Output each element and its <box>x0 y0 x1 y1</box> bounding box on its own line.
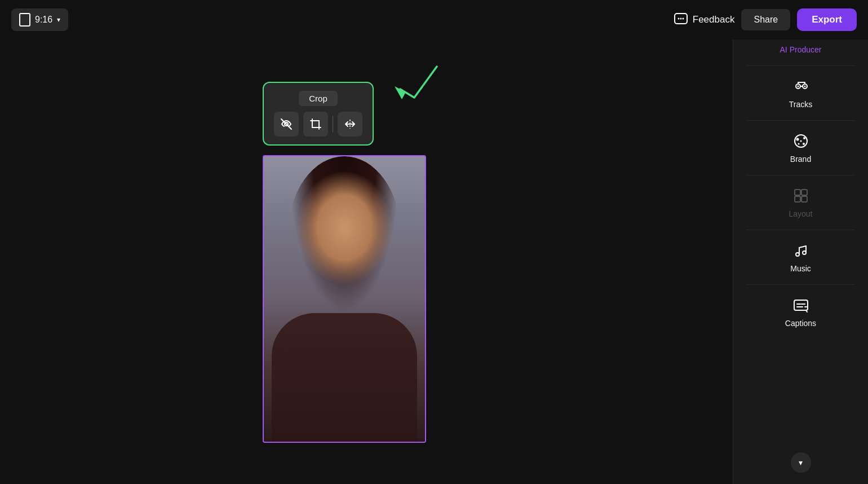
canvas-area: Crop <box>0 39 733 484</box>
header-left: 9:16 ▾ <box>11 8 68 31</box>
layout-icon <box>792 187 810 205</box>
svg-marker-6 <box>395 86 406 99</box>
feedback-label: Feedback <box>693 14 735 25</box>
sidebar-item-layout[interactable]: Layout <box>733 175 868 230</box>
brand-label: Brand <box>790 155 811 164</box>
svg-point-3 <box>682 18 684 20</box>
svg-point-12 <box>796 138 799 141</box>
share-label: Share <box>754 15 778 24</box>
svg-point-16 <box>800 140 801 142</box>
tracks-icon <box>792 77 810 95</box>
sidebar-item-captions[interactable]: Captions <box>733 285 868 339</box>
captions-label: Captions <box>785 319 816 328</box>
header-right: Feedback Share Export <box>674 8 857 31</box>
aspect-ratio-label: 9:16 <box>35 15 52 25</box>
svg-rect-19 <box>795 196 800 202</box>
header: 9:16 ▾ Feedback Share Export <box>0 0 868 39</box>
feedback-icon <box>674 12 688 27</box>
sidebar-item-tracks[interactable]: Tracks <box>733 66 868 120</box>
crop-divider <box>333 116 333 133</box>
crop-tooltip: Crop <box>263 82 374 146</box>
export-button[interactable]: Export <box>797 8 857 31</box>
hide-button[interactable] <box>274 112 299 137</box>
aspect-ratio-button[interactable]: 9:16 ▾ <box>11 8 68 31</box>
tracks-label: Tracks <box>789 100 812 109</box>
video-content <box>264 156 425 442</box>
green-arrow-icon <box>369 61 442 108</box>
svg-point-15 <box>803 143 805 145</box>
sidebar-item-brand[interactable]: Brand <box>733 121 868 175</box>
right-sidebar: AI Producer Tracks <box>733 0 868 484</box>
svg-point-2 <box>680 18 681 20</box>
crop-controls <box>274 112 362 137</box>
music-label: Music <box>790 264 811 273</box>
svg-point-21 <box>796 253 799 256</box>
sidebar-item-music[interactable]: Music <box>733 230 868 284</box>
svg-rect-18 <box>801 190 807 195</box>
svg-point-14 <box>798 143 799 145</box>
export-label: Export <box>812 14 842 25</box>
chevron-down-icon: ▾ <box>57 16 60 24</box>
svg-rect-20 <box>801 196 807 202</box>
body-overlay <box>272 313 417 443</box>
svg-point-13 <box>803 137 805 139</box>
flip-button[interactable] <box>338 112 362 137</box>
svg-point-10 <box>804 86 805 87</box>
share-button[interactable]: Share <box>741 9 790 30</box>
music-icon <box>792 241 810 259</box>
svg-point-22 <box>803 251 806 254</box>
svg-rect-17 <box>795 190 800 195</box>
layout-label: Layout <box>789 209 812 218</box>
crop-label: Crop <box>299 91 338 106</box>
face-overlay <box>296 170 393 284</box>
svg-point-1 <box>677 18 679 20</box>
sidebar-scroll-button[interactable]: ▾ <box>791 452 811 473</box>
brand-icon <box>792 132 810 150</box>
captions-icon <box>792 296 810 314</box>
aspect-ratio-icon <box>19 13 30 27</box>
svg-point-8 <box>797 86 799 87</box>
svg-rect-23 <box>794 300 808 310</box>
crop-button[interactable] <box>303 112 328 137</box>
ai-producer-label: AI Producer <box>780 45 822 54</box>
chevron-down-icon: ▾ <box>799 458 803 467</box>
video-frame[interactable] <box>263 155 426 443</box>
feedback-button[interactable]: Feedback <box>674 12 735 27</box>
